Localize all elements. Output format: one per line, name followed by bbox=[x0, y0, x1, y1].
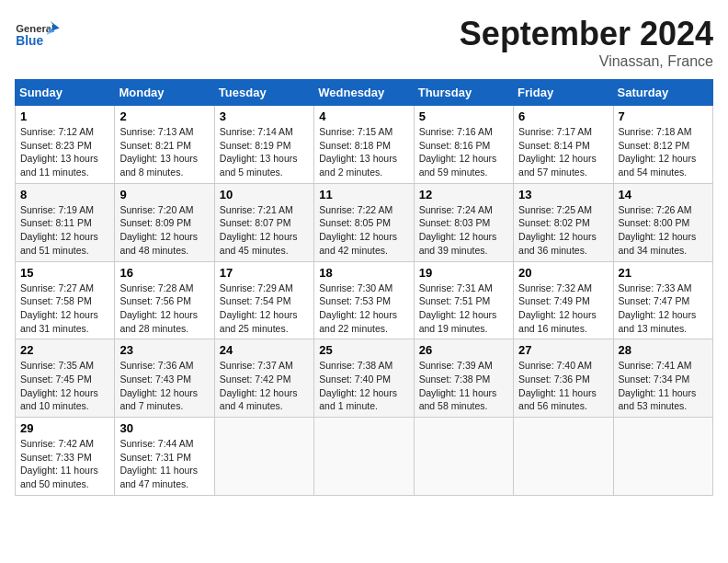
calendar-cell: 30Sunrise: 7:44 AMSunset: 7:31 PMDayligh… bbox=[115, 418, 214, 496]
weekday-header-sunday: Sunday bbox=[16, 80, 115, 106]
day-info: Sunrise: 7:41 AMSunset: 7:34 PMDaylight:… bbox=[619, 359, 708, 413]
calendar-cell: 21Sunrise: 7:33 AMSunset: 7:47 PMDayligh… bbox=[613, 261, 712, 339]
calendar-cell: 27Sunrise: 7:40 AMSunset: 7:36 PMDayligh… bbox=[514, 339, 613, 418]
day-info: Sunrise: 7:22 AMSunset: 8:05 PMDaylight:… bbox=[319, 203, 408, 258]
day-info: Sunrise: 7:24 AMSunset: 8:03 PMDaylight:… bbox=[419, 203, 508, 258]
day-info: Sunrise: 7:39 AMSunset: 7:38 PMDaylight:… bbox=[419, 359, 508, 413]
calendar-week-row: 1Sunrise: 7:12 AMSunset: 8:23 PMDaylight… bbox=[16, 106, 713, 184]
weekday-header-thursday: Thursday bbox=[414, 80, 513, 106]
calendar-cell: 29Sunrise: 7:42 AMSunset: 7:33 PMDayligh… bbox=[16, 418, 115, 496]
day-info: Sunrise: 7:26 AMSunset: 8:00 PMDaylight:… bbox=[619, 203, 708, 258]
calendar-cell: 16Sunrise: 7:28 AMSunset: 7:56 PMDayligh… bbox=[115, 261, 214, 339]
calendar-cell: 10Sunrise: 7:21 AMSunset: 8:07 PMDayligh… bbox=[214, 183, 313, 261]
calendar-week-row: 29Sunrise: 7:42 AMSunset: 7:33 PMDayligh… bbox=[16, 418, 713, 496]
calendar-cell bbox=[613, 418, 712, 496]
calendar-cell: 13Sunrise: 7:25 AMSunset: 8:02 PMDayligh… bbox=[514, 183, 613, 261]
calendar-cell: 24Sunrise: 7:37 AMSunset: 7:42 PMDayligh… bbox=[214, 339, 313, 418]
calendar-cell: 3Sunrise: 7:14 AMSunset: 8:19 PMDaylight… bbox=[214, 106, 313, 184]
location-title: Vinassan, France bbox=[460, 53, 713, 70]
calendar-cell: 8Sunrise: 7:19 AMSunset: 8:11 PMDaylight… bbox=[16, 183, 115, 261]
title-block: September 2024 Vinassan, France bbox=[460, 15, 713, 70]
day-info: Sunrise: 7:19 AMSunset: 8:11 PMDaylight:… bbox=[20, 203, 109, 258]
weekday-header-monday: Monday bbox=[115, 80, 214, 106]
day-info: Sunrise: 7:44 AMSunset: 7:31 PMDaylight:… bbox=[119, 437, 209, 491]
calendar-cell: 2Sunrise: 7:13 AMSunset: 8:21 PMDaylight… bbox=[115, 106, 214, 184]
weekday-header-friday: Friday bbox=[514, 80, 613, 106]
day-number: 4 bbox=[319, 109, 408, 123]
general-blue-logo: General Blue bbox=[15, 15, 61, 56]
calendar-cell: 6Sunrise: 7:17 AMSunset: 8:14 PMDaylight… bbox=[514, 106, 613, 184]
calendar-cell bbox=[214, 418, 313, 496]
day-info: Sunrise: 7:16 AMSunset: 8:16 PMDaylight:… bbox=[419, 125, 508, 179]
day-number: 20 bbox=[518, 266, 608, 280]
calendar-cell: 18Sunrise: 7:30 AMSunset: 7:53 PMDayligh… bbox=[314, 261, 414, 339]
day-number: 14 bbox=[619, 188, 708, 201]
day-info: Sunrise: 7:28 AMSunset: 7:56 PMDaylight:… bbox=[119, 282, 209, 336]
day-info: Sunrise: 7:33 AMSunset: 7:47 PMDaylight:… bbox=[619, 282, 708, 336]
day-number: 25 bbox=[319, 343, 408, 357]
calendar-cell bbox=[314, 418, 414, 496]
calendar-cell: 19Sunrise: 7:31 AMSunset: 7:51 PMDayligh… bbox=[414, 261, 513, 339]
day-info: Sunrise: 7:40 AMSunset: 7:36 PMDaylight:… bbox=[518, 359, 608, 413]
page-header: General Blue September 2024 Vinassan, Fr… bbox=[15, 15, 713, 70]
day-info: Sunrise: 7:20 AMSunset: 8:09 PMDaylight:… bbox=[119, 203, 209, 258]
day-info: Sunrise: 7:30 AMSunset: 7:53 PMDaylight:… bbox=[319, 282, 408, 336]
calendar-cell: 25Sunrise: 7:38 AMSunset: 7:40 PMDayligh… bbox=[314, 339, 414, 418]
day-info: Sunrise: 7:31 AMSunset: 7:51 PMDaylight:… bbox=[419, 282, 508, 336]
calendar-cell: 26Sunrise: 7:39 AMSunset: 7:38 PMDayligh… bbox=[414, 339, 513, 418]
day-info: Sunrise: 7:15 AMSunset: 8:18 PMDaylight:… bbox=[319, 125, 408, 179]
calendar-cell bbox=[414, 418, 513, 496]
day-info: Sunrise: 7:32 AMSunset: 7:49 PMDaylight:… bbox=[518, 282, 608, 336]
calendar-cell: 20Sunrise: 7:32 AMSunset: 7:49 PMDayligh… bbox=[514, 261, 613, 339]
day-number: 28 bbox=[619, 343, 708, 357]
day-number: 30 bbox=[119, 421, 209, 435]
calendar-cell: 17Sunrise: 7:29 AMSunset: 7:54 PMDayligh… bbox=[214, 261, 313, 339]
calendar-cell bbox=[514, 418, 613, 496]
day-number: 12 bbox=[419, 188, 508, 201]
day-number: 1 bbox=[20, 109, 109, 123]
calendar-cell: 15Sunrise: 7:27 AMSunset: 7:58 PMDayligh… bbox=[16, 261, 115, 339]
day-number: 23 bbox=[119, 343, 209, 357]
day-number: 17 bbox=[220, 266, 309, 280]
calendar-cell: 11Sunrise: 7:22 AMSunset: 8:05 PMDayligh… bbox=[314, 183, 414, 261]
weekday-header-tuesday: Tuesday bbox=[214, 80, 313, 106]
day-info: Sunrise: 7:12 AMSunset: 8:23 PMDaylight:… bbox=[20, 125, 109, 179]
logo: General Blue bbox=[15, 15, 61, 56]
day-number: 5 bbox=[419, 109, 508, 123]
calendar-cell: 14Sunrise: 7:26 AMSunset: 8:00 PMDayligh… bbox=[613, 183, 712, 261]
day-number: 16 bbox=[119, 266, 209, 280]
calendar-cell: 5Sunrise: 7:16 AMSunset: 8:16 PMDaylight… bbox=[414, 106, 513, 184]
day-info: Sunrise: 7:21 AMSunset: 8:07 PMDaylight:… bbox=[220, 203, 309, 258]
calendar-week-row: 8Sunrise: 7:19 AMSunset: 8:11 PMDaylight… bbox=[16, 183, 713, 261]
day-info: Sunrise: 7:17 AMSunset: 8:14 PMDaylight:… bbox=[518, 125, 608, 179]
day-info: Sunrise: 7:13 AMSunset: 8:21 PMDaylight:… bbox=[119, 125, 209, 179]
day-info: Sunrise: 7:18 AMSunset: 8:12 PMDaylight:… bbox=[619, 125, 708, 179]
day-info: Sunrise: 7:25 AMSunset: 8:02 PMDaylight:… bbox=[518, 203, 608, 258]
calendar-cell: 4Sunrise: 7:15 AMSunset: 8:18 PMDaylight… bbox=[314, 106, 414, 184]
day-info: Sunrise: 7:14 AMSunset: 8:19 PMDaylight:… bbox=[220, 125, 309, 179]
calendar-week-row: 15Sunrise: 7:27 AMSunset: 7:58 PMDayligh… bbox=[16, 261, 713, 339]
day-number: 27 bbox=[518, 343, 608, 357]
day-number: 19 bbox=[419, 266, 508, 280]
calendar-cell: 9Sunrise: 7:20 AMSunset: 8:09 PMDaylight… bbox=[115, 183, 214, 261]
calendar-table: SundayMondayTuesdayWednesdayThursdayFrid… bbox=[15, 79, 713, 496]
day-number: 13 bbox=[518, 188, 608, 201]
day-number: 9 bbox=[119, 188, 209, 201]
calendar-cell: 1Sunrise: 7:12 AMSunset: 8:23 PMDaylight… bbox=[16, 106, 115, 184]
day-number: 8 bbox=[20, 188, 109, 201]
day-number: 29 bbox=[20, 421, 109, 435]
day-info: Sunrise: 7:27 AMSunset: 7:58 PMDaylight:… bbox=[20, 282, 109, 336]
day-number: 11 bbox=[319, 188, 408, 201]
month-title: September 2024 bbox=[460, 15, 713, 53]
day-number: 22 bbox=[20, 343, 109, 357]
day-number: 24 bbox=[220, 343, 309, 357]
day-number: 10 bbox=[220, 188, 309, 201]
weekday-header-row: SundayMondayTuesdayWednesdayThursdayFrid… bbox=[16, 80, 713, 106]
calendar-week-row: 22Sunrise: 7:35 AMSunset: 7:45 PMDayligh… bbox=[16, 339, 713, 418]
day-number: 18 bbox=[319, 266, 408, 280]
weekday-header-saturday: Saturday bbox=[613, 80, 712, 106]
weekday-header-wednesday: Wednesday bbox=[314, 80, 414, 106]
day-number: 7 bbox=[619, 109, 708, 123]
day-number: 3 bbox=[220, 109, 309, 123]
calendar-cell: 22Sunrise: 7:35 AMSunset: 7:45 PMDayligh… bbox=[16, 339, 115, 418]
